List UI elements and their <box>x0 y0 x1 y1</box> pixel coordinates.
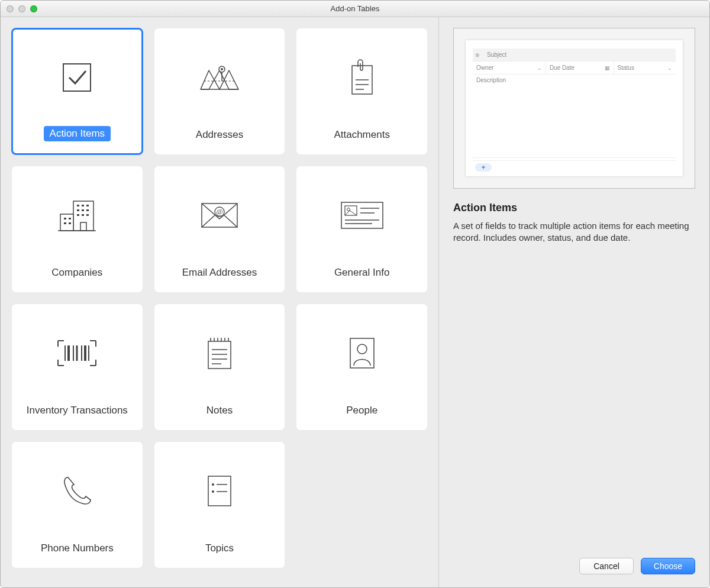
tile-inventory-transactions[interactable]: Inventory Transactions <box>11 303 143 431</box>
tile-label: Addresses <box>190 127 249 143</box>
tile-companies[interactable]: Companies <box>11 166 143 293</box>
svg-rect-18 <box>77 214 79 216</box>
svg-rect-16 <box>82 209 84 211</box>
checkmark-box-icon <box>61 46 93 108</box>
close-dot[interactable] <box>7 5 14 12</box>
svg-rect-12 <box>77 205 79 206</box>
svg-rect-0 <box>63 64 91 91</box>
dialog-window: Add-on Tables Action Items <box>0 0 710 588</box>
dialog-footer: Cancel Choose <box>453 551 695 577</box>
tile-label: Notes <box>201 403 238 418</box>
preview-frame: ⊗ Subject Owner ⌄ Due Date ▦ St <box>453 28 695 189</box>
svg-point-52 <box>212 483 214 486</box>
table-chooser-panel: Action Items Addresses <box>1 17 438 587</box>
svg-rect-44 <box>208 341 231 369</box>
cancel-button[interactable]: Cancel <box>579 558 634 574</box>
map-pin-icon <box>198 46 241 108</box>
paperclip-document-icon <box>347 46 377 108</box>
svg-rect-23 <box>64 222 66 224</box>
tile-label: Topics <box>199 541 240 556</box>
svg-rect-25 <box>80 222 86 231</box>
dialog-body: Action Items Addresses <box>1 17 709 587</box>
chevron-down-icon: ⌄ <box>537 65 542 71</box>
preview-description-label: Description <box>476 77 506 83</box>
close-circle-icon: ⊗ <box>473 52 480 58</box>
svg-rect-15 <box>77 209 79 211</box>
minimize-dot[interactable] <box>18 5 25 12</box>
tile-label: Email Addresses <box>176 265 263 280</box>
tile-topics[interactable]: Topics <box>154 441 286 568</box>
tile-attachments[interactable]: Attachments <box>296 28 428 155</box>
envelope-at-icon: @ <box>198 184 241 246</box>
tile-label: Action Items <box>44 126 111 141</box>
add-icon: + <box>475 163 492 172</box>
zoom-dot[interactable] <box>30 5 37 12</box>
calendar-icon: ▦ <box>605 65 610 71</box>
traffic-lights <box>7 5 37 12</box>
tile-action-items[interactable]: Action Items <box>11 28 143 155</box>
tile-label: Attachments <box>328 127 396 143</box>
preview-fields-row: Owner ⌄ Due Date ▦ Status ⌄ <box>473 62 676 75</box>
svg-rect-20 <box>86 214 89 216</box>
notepad-icon <box>205 322 234 384</box>
window-title: Add-on Tables <box>331 4 380 13</box>
detail-description: A set of fields to track multiple action… <box>453 220 695 244</box>
barcode-icon <box>54 322 99 384</box>
svg-point-54 <box>212 490 214 493</box>
tile-label: People <box>340 403 383 418</box>
svg-rect-21 <box>64 218 66 219</box>
svg-rect-22 <box>69 218 71 219</box>
tile-addresses[interactable]: Addresses <box>154 28 286 155</box>
choose-button[interactable]: Choose <box>641 558 695 574</box>
svg-rect-13 <box>82 205 84 206</box>
detail-panel: ⊗ Subject Owner ⌄ Due Date ▦ St <box>439 17 709 587</box>
preview-subject-label: Subject <box>483 49 676 61</box>
phone-handset-icon <box>60 460 94 522</box>
preview-card: ⊗ Subject Owner ⌄ Due Date ▦ St <box>466 40 683 176</box>
svg-text:@: @ <box>216 208 222 216</box>
tile-label: Companies <box>46 265 108 280</box>
tile-label: General Info <box>328 265 396 280</box>
preview-status-label: Status <box>618 64 634 71</box>
person-frame-icon <box>348 322 376 384</box>
svg-rect-51 <box>208 476 231 506</box>
tile-people[interactable]: People <box>296 303 428 431</box>
tile-notes[interactable]: Notes <box>154 303 286 431</box>
svg-point-4 <box>221 68 223 70</box>
tile-general-info[interactable]: General Info <box>296 166 428 293</box>
tile-email-addresses[interactable]: @ Email Addresses <box>154 166 286 293</box>
svg-point-50 <box>357 344 367 354</box>
preview-duedate-label: Due Date <box>550 64 575 71</box>
preview-description-area: Description <box>473 75 676 158</box>
bullet-list-icon <box>206 460 233 522</box>
svg-rect-19 <box>82 214 84 216</box>
preview-subject-row: ⊗ Subject <box>473 49 676 62</box>
tile-grid: Action Items Addresses <box>11 28 436 568</box>
svg-rect-17 <box>86 209 89 211</box>
preview-add-row: + <box>473 160 676 172</box>
svg-rect-14 <box>86 205 89 206</box>
tile-phone-numbers[interactable]: Phone Numbers <box>11 441 143 568</box>
card-lines-icon <box>339 184 385 246</box>
preview-owner-label: Owner <box>476 64 493 71</box>
title-bar: Add-on Tables <box>1 1 709 17</box>
chevron-down-icon: ⌄ <box>667 65 672 71</box>
detail-title: Action Items <box>453 202 695 214</box>
svg-rect-11 <box>60 214 73 231</box>
tile-label: Phone Numbers <box>35 541 120 556</box>
buildings-icon <box>56 184 98 246</box>
tile-label: Inventory Transactions <box>21 403 134 418</box>
svg-rect-24 <box>69 222 71 224</box>
